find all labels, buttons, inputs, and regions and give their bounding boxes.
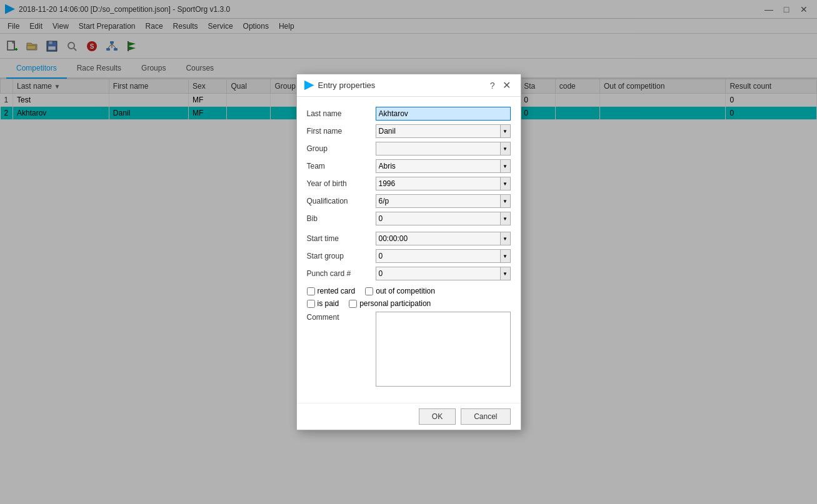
team-row: Team ▼ [307,159,511,173]
bib-row: Bib ▼ [307,212,511,225]
qualification-row: Qualification ▼ [307,194,511,208]
first-name-row: First name ▼ [307,124,511,138]
qualification-input[interactable] [376,194,501,208]
year-of-birth-label: Year of birth [307,179,376,188]
team-label: Team [307,162,376,170]
first-name-dropdown-btn[interactable]: ▼ [501,124,511,138]
start-group-field: ▼ [376,249,511,263]
start-group-label: Start group [307,252,376,260]
punch-card-field: ▼ [376,267,511,280]
last-name-row: Last name [307,107,511,121]
start-time-field: ▼ [376,232,511,245]
dialog-footer: OK Cancel [297,403,521,430]
group-dropdown-btn[interactable]: ▼ [501,142,511,156]
out-of-competition-checkbox[interactable]: out of competition [365,287,435,295]
team-input[interactable] [376,159,501,173]
group-input[interactable] [376,142,501,156]
first-name-field: ▼ [376,124,511,138]
bib-label: Bib [307,214,376,223]
team-field: ▼ [376,159,511,173]
start-time-dropdown-btn[interactable]: ▼ [501,232,511,245]
year-of-birth-input[interactable] [376,177,501,190]
group-label: Group [307,144,376,153]
personal-participation-checkbox[interactable]: personal participation [349,299,431,308]
start-group-dropdown-btn[interactable]: ▼ [501,249,511,263]
group-field: ▼ [376,142,511,156]
bib-dropdown-btn[interactable]: ▼ [501,212,511,225]
punch-card-label: Punch card # [307,269,376,278]
year-of-birth-row: Year of birth ▼ [307,177,511,190]
dialog-help-button[interactable]: ? [488,81,498,91]
dialog-overlay: Entry properties ? ✕ Last name First nam… [0,0,817,504]
start-group-row: Start group ▼ [307,249,511,263]
bib-field: ▼ [376,212,511,225]
punch-card-row: Punch card # ▼ [307,267,511,280]
comment-row: Comment [307,312,511,387]
group-row: Group ▼ [307,142,511,156]
dialog-icon [304,81,314,91]
start-time-row: Start time ▼ [307,232,511,245]
start-group-input[interactable] [376,249,501,263]
rented-card-checkbox[interactable]: rented card [307,287,356,295]
is-paid-checkbox[interactable]: is paid [307,299,339,308]
qualification-field: ▼ [376,194,511,208]
start-time-label: Start time [307,234,376,243]
checkboxes-row2: is paid personal participation [307,299,511,308]
first-name-input[interactable] [376,124,501,138]
last-name-label: Last name [307,109,376,118]
year-dropdown-btn[interactable]: ▼ [501,177,511,190]
checkboxes-row1: rented card out of competition [307,287,511,295]
start-time-input[interactable] [376,232,501,245]
dialog-close-button[interactable]: ✕ [500,79,513,91]
qualification-label: Qualification [307,197,376,205]
first-name-label: First name [307,127,376,136]
last-name-input[interactable] [376,107,511,121]
comment-textarea[interactable] [376,312,511,387]
dialog-body: Last name First name ▼ Group ▼ [297,97,521,403]
dialog-title-text: Entry properties [318,81,376,90]
ok-button[interactable]: OK [419,408,456,425]
punch-card-dropdown-btn[interactable]: ▼ [501,267,511,280]
dialog-title-bar: Entry properties ? ✕ [297,74,521,97]
comment-label: Comment [307,312,376,387]
cancel-button[interactable]: Cancel [461,408,510,425]
year-of-birth-field: ▼ [376,177,511,190]
team-dropdown-btn[interactable]: ▼ [501,159,511,173]
bib-input[interactable] [376,212,501,225]
punch-card-input[interactable] [376,267,501,280]
qualification-dropdown-btn[interactable]: ▼ [501,194,511,208]
dialog-controls: ? ✕ [488,79,513,91]
entry-properties-dialog: Entry properties ? ✕ Last name First nam… [296,74,521,430]
